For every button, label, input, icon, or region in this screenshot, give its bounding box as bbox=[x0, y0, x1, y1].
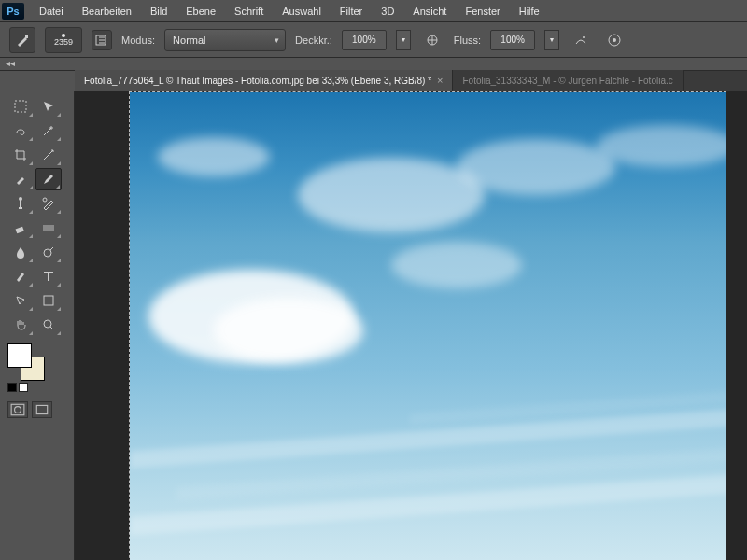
brush-tool[interactable] bbox=[35, 168, 62, 190]
flow-label: Fluss: bbox=[454, 35, 481, 46]
move-tool[interactable] bbox=[35, 95, 62, 118]
svg-rect-16 bbox=[36, 405, 47, 413]
menu-ebene[interactable]: Ebene bbox=[176, 2, 225, 21]
menu-bar: Ps DateiBearbeitenBildEbeneSchriftAuswah… bbox=[0, 0, 747, 22]
svg-point-15 bbox=[15, 407, 21, 413]
brush-panel-toggle[interactable] bbox=[92, 30, 112, 50]
brush-size-value: 2359 bbox=[54, 37, 73, 47]
workspace bbox=[0, 91, 747, 560]
eraser-tool[interactable] bbox=[7, 217, 34, 239]
screen-mode-icon[interactable] bbox=[32, 401, 52, 418]
svg-point-5 bbox=[613, 38, 616, 42]
sky-image bbox=[130, 92, 726, 560]
canvas-area[interactable] bbox=[75, 91, 747, 560]
svg-rect-9 bbox=[16, 227, 24, 233]
opacity-field[interactable]: 100% bbox=[342, 30, 387, 50]
svg-point-3 bbox=[583, 36, 585, 38]
panel-collapse-arrows[interactable]: ◂◂ bbox=[0, 58, 747, 71]
menu-filter[interactable]: Filter bbox=[331, 2, 372, 21]
menu-bild[interactable]: Bild bbox=[141, 2, 176, 21]
svg-point-13 bbox=[44, 320, 51, 328]
opacity-value: 100% bbox=[352, 35, 376, 45]
blur-tool[interactable] bbox=[7, 241, 34, 263]
tool-preset-picker[interactable] bbox=[9, 27, 35, 53]
svg-rect-12 bbox=[44, 296, 53, 305]
menu-schrift[interactable]: Schrift bbox=[225, 2, 273, 21]
gradient-tool[interactable] bbox=[35, 217, 62, 239]
airbrush-icon[interactable] bbox=[569, 29, 593, 51]
blend-mode-dropdown[interactable]: Normal bbox=[164, 29, 286, 51]
crop-tool[interactable] bbox=[7, 144, 34, 166]
menu-bearbeiten[interactable]: Bearbeiten bbox=[73, 2, 141, 21]
flow-dropdown-arrow[interactable]: ▾ bbox=[544, 30, 559, 50]
color-swatches[interactable] bbox=[7, 343, 45, 381]
quick-mask-icon[interactable] bbox=[7, 401, 28, 418]
tab-close-icon[interactable]: × bbox=[437, 75, 443, 86]
svg-point-7 bbox=[19, 197, 22, 201]
mode-label: Modus: bbox=[121, 35, 155, 46]
lasso-tool[interactable] bbox=[7, 119, 34, 142]
flow-value: 100% bbox=[500, 35, 525, 45]
default-colors-icon[interactable] bbox=[7, 383, 66, 392]
menu-auswahl[interactable]: Auswahl bbox=[273, 2, 331, 21]
clone-tool[interactable] bbox=[7, 192, 34, 215]
app-logo: Ps bbox=[2, 3, 24, 20]
brush-size-picker[interactable]: 2359 bbox=[45, 27, 82, 53]
document-tab[interactable]: Fotolia_31333343_M - © Jürgen Fälchle - … bbox=[453, 70, 683, 91]
document-tab-strip: Fotolia_7775064_L © Thaut Images - Fotol… bbox=[75, 71, 747, 91]
wand-tool[interactable] bbox=[35, 119, 62, 142]
tools-panel bbox=[0, 91, 75, 560]
svg-point-11 bbox=[44, 249, 51, 257]
menu-datei[interactable]: Datei bbox=[30, 2, 73, 21]
svg-rect-10 bbox=[43, 225, 54, 231]
svg-rect-0 bbox=[25, 35, 28, 38]
dodge-tool[interactable] bbox=[35, 241, 62, 263]
hand-tool[interactable] bbox=[7, 314, 34, 336]
blend-mode-value: Normal bbox=[173, 35, 205, 46]
opacity-dropdown-arrow[interactable]: ▾ bbox=[396, 30, 411, 50]
flow-field[interactable]: 100% bbox=[490, 30, 535, 50]
shape-tool[interactable] bbox=[35, 289, 62, 312]
pressure-size-icon[interactable] bbox=[602, 29, 627, 51]
tab-label: Fotolia_7775064_L © Thaut Images - Fotol… bbox=[84, 76, 431, 86]
svg-rect-6 bbox=[15, 101, 26, 112]
slice-tool[interactable] bbox=[35, 144, 62, 166]
menu-ansicht[interactable]: Ansicht bbox=[403, 2, 456, 21]
menu-3d[interactable]: 3D bbox=[372, 2, 403, 21]
type-tool[interactable] bbox=[35, 265, 62, 287]
history-brush-tool[interactable] bbox=[35, 192, 62, 215]
marquee-tool[interactable] bbox=[7, 95, 34, 118]
eyedropper-tool[interactable] bbox=[7, 168, 34, 190]
document-tab[interactable]: Fotolia_7775064_L © Thaut Images - Fotol… bbox=[75, 70, 453, 91]
options-bar: 2359 Modus: Normal Deckkr.: 100% ▾ Fluss… bbox=[0, 22, 747, 58]
path-select-tool[interactable] bbox=[7, 289, 34, 312]
zoom-tool[interactable] bbox=[35, 314, 62, 336]
pressure-opacity-icon[interactable] bbox=[420, 29, 444, 51]
svg-point-8 bbox=[43, 198, 47, 202]
pen-tool[interactable] bbox=[7, 265, 34, 287]
tab-label: Fotolia_31333343_M - © Jürgen Fälchle - … bbox=[462, 76, 672, 86]
opacity-label: Deckkr.: bbox=[295, 35, 332, 46]
foreground-color-swatch[interactable] bbox=[7, 343, 32, 368]
document-canvas[interactable] bbox=[129, 91, 726, 560]
menu-fenster[interactable]: Fenster bbox=[456, 2, 509, 21]
menu-hilfe[interactable]: Hilfe bbox=[510, 2, 549, 21]
